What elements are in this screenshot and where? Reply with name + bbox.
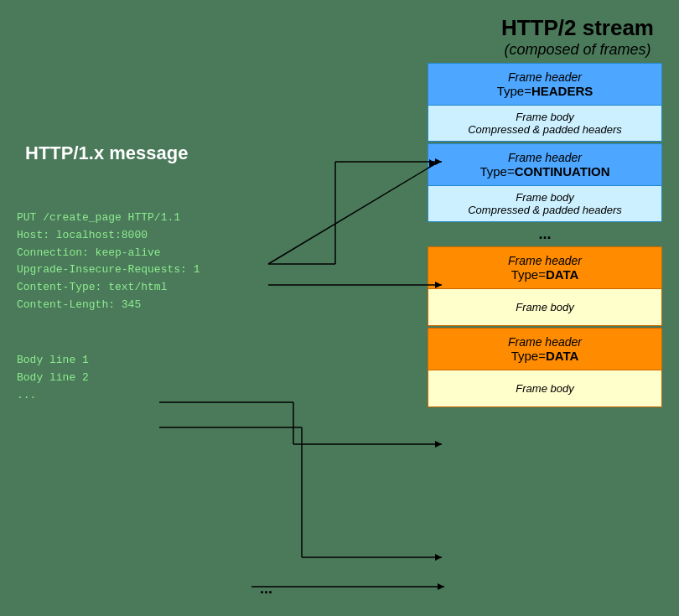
frame2-body-label: Frame body <box>438 191 651 204</box>
http1-code-block: PUT /create_page HTTP/1.1 Host: localhos… <box>17 210 200 314</box>
frame1-header: Frame header Type=HEADERS <box>428 63 662 106</box>
frame2-body-sub: Compressed & padded headers <box>438 204 651 216</box>
frame4-header-label: Frame header <box>438 335 651 349</box>
svg-marker-13 <box>435 441 442 448</box>
frame4-body-label: Frame body <box>438 382 651 395</box>
page-title-area: HTTP/2 stream (composed of frames) <box>501 15 654 59</box>
frame3-header: Frame header Type=DATA <box>428 246 662 289</box>
frame3-type: Type=DATA <box>438 267 651 282</box>
frame1-body-label: Frame body <box>438 111 651 123</box>
frame4-body: Frame body <box>428 370 662 407</box>
code-line-3: Connection: keep-alive <box>17 245 200 262</box>
svg-marker-19 <box>438 583 444 590</box>
mid-dots: ... <box>428 222 662 246</box>
frame4-type: Type=DATA <box>438 349 651 363</box>
body-lines-block: Body line 1 Body line 2 ... <box>17 352 89 404</box>
http1-label: HTTP/1.x message <box>25 142 188 164</box>
frame2-header-label: Frame header <box>438 151 651 164</box>
code-line-4: Upgrade-Insecure-Requests: 1 <box>17 261 200 279</box>
page-subtitle: (composed of frames) <box>501 41 654 59</box>
frame1-header-label: Frame header <box>438 70 651 84</box>
frame1-body: Frame body Compressed & padded headers <box>428 106 662 142</box>
code-line-6: Content-Length: 345 <box>17 297 200 314</box>
frame3-body: Frame body <box>428 289 662 326</box>
frame2-body: Frame body Compressed & padded headers <box>428 186 662 222</box>
frame1-type: Type=HEADERS <box>438 84 651 98</box>
frame3-body-label: Frame body <box>438 301 651 313</box>
svg-line-0 <box>268 163 436 264</box>
page-title: HTTP/2 stream <box>501 15 654 41</box>
code-line-5: Content-Type: text/html <box>17 279 200 297</box>
frame2-type: Type=CONTINUATION <box>438 164 651 179</box>
body-line-2: Body line 2 <box>17 370 89 387</box>
frame3-header-label: Frame header <box>438 254 651 267</box>
code-line-2: Host: localhost:8000 <box>17 227 200 245</box>
body-dots: ... <box>17 387 89 405</box>
svg-marker-17 <box>435 554 442 561</box>
frame1-body-sub: Compressed & padded headers <box>438 123 651 136</box>
bottom-dots: ... <box>260 580 272 598</box>
body-line-1: Body line 1 <box>17 352 89 370</box>
frame2-header: Frame header Type=CONTINUATION <box>428 143 662 186</box>
frame4-header: Frame header Type=DATA <box>428 328 662 370</box>
frames-container: Frame header Type=HEADERS Frame body Com… <box>428 63 662 407</box>
code-line-1: PUT /create_page HTTP/1.1 <box>17 210 200 227</box>
